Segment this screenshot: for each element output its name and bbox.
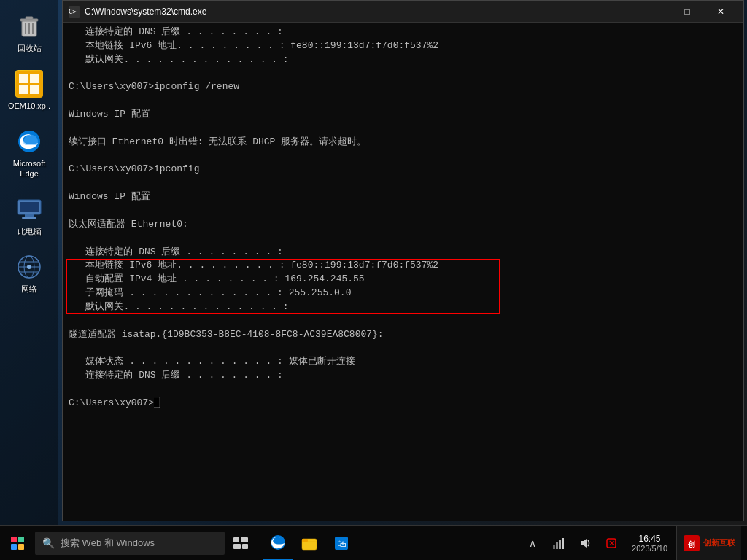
- taskbar: 🔍 搜索 Web 和 Windows: [0, 525, 747, 560]
- svg-rect-34: [562, 538, 564, 549]
- cmd-line-19: 自动配置 IPv4 地址 . . . . . . . . : 169.254.2…: [69, 273, 738, 287]
- clock-time: 16:45: [639, 534, 661, 544]
- taskbar-explorer[interactable]: [293, 526, 325, 561]
- svg-rect-28: [302, 539, 308, 542]
- cmd-line-4: [69, 67, 738, 81]
- cmd-line-17: 连接特定的 DNS 后缀 . . . . . . . . :: [69, 246, 738, 260]
- this-pc-label: 此电脑: [18, 227, 42, 236]
- svg-marker-35: [581, 539, 587, 548]
- cmd-line-3: 默认网关. . . . . . . . . . . . . . :: [69, 53, 738, 67]
- taskbar-clock[interactable]: 16:45 2023/5/10: [626, 534, 673, 553]
- cmd-output: 连接特定的 DNS 后缀 . . . . . . . . : 本地链接 IPv6…: [69, 26, 738, 411]
- svg-rect-25: [242, 544, 248, 549]
- cmd-line-24: [69, 341, 738, 355]
- svg-rect-32: [556, 542, 558, 549]
- cmd-line-14: [69, 204, 738, 218]
- system-tray: ∧ ✕ 16:45 2023/5/10: [515, 526, 747, 561]
- cmd-line-15: 以太网适配器 Ethernet0:: [69, 218, 738, 232]
- network-label: 网络: [21, 284, 37, 294]
- cmd-line-18: 本地链接 IPv6 地址. . . . . . . . . : fe80::19…: [69, 259, 738, 273]
- start-button[interactable]: [0, 526, 35, 561]
- cmd-titlebar: C>_ C:\Windows\system32\cmd.exe ─ □ ✕: [63, 1, 743, 23]
- oem-label: OEM10.xp..: [8, 101, 50, 111]
- desktop-sidebar: 回收站 OEM10.xp..: [0, 0, 58, 525]
- cmd-line-16: [69, 232, 738, 246]
- svg-rect-10: [30, 85, 39, 94]
- svg-rect-15: [22, 217, 36, 219]
- svg-rect-24: [233, 544, 241, 549]
- svg-rect-31: [553, 545, 555, 549]
- cmd-line-11: C:\Users\xy007>ipconfig: [69, 163, 738, 176]
- cmd-line-5: C:\Users\xy007>ipconfig /renew: [69, 80, 738, 94]
- cmd-icon: C>_: [69, 6, 80, 18]
- recycle-bin-label: 回收站: [18, 44, 42, 53]
- svg-rect-23: [241, 537, 248, 542]
- cmd-line-23: 隧道适配器 isatap.{1D9BC353-B8EC-4108-8FC8-AC…: [69, 328, 738, 342]
- cmd-line-12: [69, 176, 738, 190]
- maximize-button[interactable]: □: [670, 1, 704, 23]
- taskbar-store[interactable]: 🛍: [325, 526, 357, 561]
- close-button[interactable]: ✕: [704, 1, 738, 23]
- brand-text: 创新互联: [703, 537, 735, 548]
- tray-notification[interactable]: ✕: [600, 532, 623, 555]
- cmd-line-28: C:\Users\xy007>█: [69, 397, 738, 411]
- cmd-line-27: [69, 383, 738, 397]
- minimize-button[interactable]: ─: [637, 1, 670, 23]
- cmd-line-8: [69, 122, 738, 136]
- svg-rect-7: [19, 74, 28, 83]
- search-icon: 🔍: [42, 537, 55, 549]
- cmd-line-25: 媒体状态 . . . . . . . . . . . . . : 媒体已断开连接: [69, 355, 738, 369]
- cmd-line-7: Windows IP 配置: [69, 108, 738, 122]
- cmd-line-6: [69, 94, 738, 108]
- cmd-title: C:\Windows\system32\cmd.exe: [85, 7, 637, 17]
- cmd-line-20: 子网掩码 . . . . . . . . . . . . . : 255.255…: [69, 287, 738, 300]
- desktop: 回收站 OEM10.xp..: [0, 0, 747, 525]
- cmd-line-9: 续订接口 Ethernet0 时出错: 无法联系 DHCP 服务器。请求超时。: [69, 136, 738, 149]
- svg-rect-2: [26, 17, 33, 19]
- task-view-button[interactable]: [225, 526, 257, 561]
- svg-text:🛍: 🛍: [337, 539, 346, 549]
- cmd-content[interactable]: 连接特定的 DNS 后缀 . . . . . . . . : 本地链接 IPv6…: [63, 23, 743, 521]
- network-icon: [15, 252, 44, 281]
- cmd-line-26: 连接特定的 DNS 后缀 . . . . . . . . :: [69, 369, 738, 383]
- desktop-icon-network[interactable]: 网络: [3, 248, 55, 298]
- svg-text:✕: ✕: [608, 539, 615, 548]
- cmd-line-21: 默认网关. . . . . . . . . . . . . . :: [69, 300, 738, 314]
- svg-rect-8: [30, 74, 39, 83]
- taskbar-edge[interactable]: [263, 526, 293, 561]
- desktop-icon-recycle-bin[interactable]: 回收站: [3, 7, 55, 58]
- svg-rect-33: [559, 540, 561, 549]
- desktop-icon-oem[interactable]: OEM10.xp..: [3, 65, 55, 115]
- cmd-window: C>_ C:\Windows\system32\cmd.exe ─ □ ✕ 连接…: [62, 0, 744, 521]
- desktop-icon-this-pc[interactable]: 此电脑: [3, 190, 55, 241]
- cmd-line-13: Windows IP 配置: [69, 190, 738, 204]
- oem-icon: [15, 69, 44, 98]
- cmd-line-22: [69, 314, 738, 328]
- desktop-icon-edge[interactable]: MicrosoftEdge: [3, 122, 55, 182]
- tray-network[interactable]: [547, 532, 570, 555]
- edge-icon: [15, 127, 44, 156]
- cmd-controls: ─ □ ✕: [637, 1, 738, 23]
- svg-text:创: 创: [687, 540, 695, 548]
- highlighted-section: 本地链接 IPv6 地址. . . . . . . . . : fe80::19…: [69, 259, 738, 314]
- search-text: 搜索 Web 和 Windows: [61, 537, 155, 550]
- svg-point-21: [27, 265, 31, 269]
- recycle-bin-icon: [15, 12, 44, 41]
- tray-volume[interactable]: [573, 532, 597, 555]
- cmd-line-1: 连接特定的 DNS 后缀 . . . . . . . . :: [69, 26, 738, 39]
- svg-rect-22: [233, 537, 239, 542]
- edge-label: MicrosoftEdge: [13, 159, 46, 178]
- cmd-line-10: [69, 149, 738, 163]
- svg-rect-14: [25, 214, 34, 217]
- tray-chevron[interactable]: ∧: [521, 532, 544, 555]
- brand-badge: 创 创新互联: [676, 526, 741, 561]
- taskbar-search[interactable]: 🔍 搜索 Web 和 Windows: [35, 532, 225, 555]
- this-pc-icon: [15, 195, 44, 224]
- taskbar-items: 🛍: [257, 526, 515, 561]
- clock-date: 2023/5/10: [632, 544, 667, 553]
- svg-rect-13: [20, 202, 39, 212]
- svg-rect-9: [19, 85, 28, 94]
- cmd-line-2: 本地链接 IPv6 地址. . . . . . . . . : fe80::19…: [69, 39, 738, 53]
- windows-icon: [11, 537, 24, 550]
